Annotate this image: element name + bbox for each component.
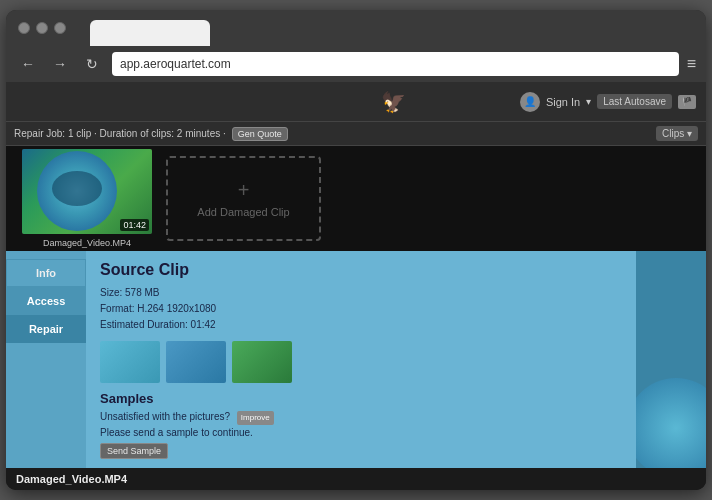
source-duration: Estimated Duration: 01:42 (100, 317, 622, 333)
url-text: app.aeroquartet.com (120, 57, 231, 71)
sign-in-text[interactable]: Sign In (546, 96, 580, 108)
clip-filename-label: Damaged_Video.MP4 (22, 238, 152, 248)
bottom-filename: Damaged_Video.MP4 (16, 473, 127, 485)
reload-button[interactable]: ↻ (80, 56, 104, 72)
traffic-lights (18, 22, 66, 34)
avatar: 👤 (520, 92, 540, 112)
forward-button[interactable]: → (48, 56, 72, 72)
thumbnail-1[interactable] (100, 341, 160, 383)
add-clip-plus-icon: + (238, 179, 250, 202)
access-panel-button[interactable]: Access (6, 287, 86, 315)
repair-panel-button[interactable]: Repair (6, 315, 86, 343)
app-header: 🦅 👤 Sign In ▾ Last Autosave 🏴 (6, 82, 706, 122)
add-clip-label: Add Damaged Clip (197, 206, 289, 218)
app-logo: 🦅 (268, 90, 520, 114)
app-content: 🦅 👤 Sign In ▾ Last Autosave 🏴 Repair Job… (6, 82, 706, 490)
info-panel-button[interactable]: Info (6, 259, 86, 287)
add-clip-box[interactable]: + Add Damaged Clip (166, 156, 321, 241)
samples-text: Unsatisfied with the pictures? Improve (100, 409, 622, 425)
flag-icon: 🏴 (678, 95, 696, 109)
traffic-light-close[interactable] (18, 22, 30, 34)
thumbnails-row (100, 341, 622, 383)
unsatisfied-text: Unsatisfied with the pictures? (100, 411, 230, 422)
source-clip-title: Source Clip (100, 261, 622, 279)
back-button[interactable]: ← (16, 56, 40, 72)
improve-button[interactable]: Improve (237, 411, 274, 425)
clips-button[interactable]: Clips ▾ (656, 126, 698, 141)
clip-area: 01:42 Damaged_Video.MP4 + Add Damaged Cl… (6, 146, 706, 251)
avatar-icon: 👤 (524, 96, 536, 107)
samples-title: Samples (100, 391, 622, 406)
job-bar-text: Repair Job: 1 clip · Duration of clips: … (14, 128, 226, 139)
video-clip[interactable]: 01:42 (22, 149, 152, 234)
source-format: Format: H.264 1920x1080 (100, 301, 622, 317)
gen-quote-button[interactable]: Gen Quote (232, 127, 288, 141)
left-panel: Info Access Repair (6, 251, 86, 468)
source-size: Size: 578 MB (100, 285, 622, 301)
title-bar (6, 10, 706, 46)
thumbnail-3[interactable] (232, 341, 292, 383)
tab-area (74, 10, 694, 46)
nav-bar: ← → ↻ app.aeroquartet.com ≡ (6, 46, 706, 82)
continue-text: Please send a sample to continue. (100, 425, 622, 440)
bottom-bar: Damaged_Video.MP4 (6, 468, 706, 490)
source-panel: Source Clip Size: 578 MB Format: H.264 1… (86, 251, 636, 468)
bird-icon: 🦅 (381, 90, 406, 114)
menu-button[interactable]: ≡ (687, 55, 696, 73)
send-sample-button[interactable]: Send Sample (100, 443, 168, 459)
sign-in-arrow: ▾ (586, 96, 591, 107)
thumbnail-2[interactable] (166, 341, 226, 383)
sign-in-area: 👤 Sign In ▾ Last Autosave 🏴 (520, 92, 696, 112)
duration-badge: 01:42 (120, 219, 149, 231)
last-autosave-button[interactable]: Last Autosave (597, 94, 672, 109)
deco-panel (636, 251, 706, 468)
main-area: Info Access Repair Source Clip Size: 578… (6, 251, 706, 468)
pool-visual (37, 151, 117, 231)
samples-section: Samples Unsatisfied with the pictures? I… (100, 391, 622, 459)
deco-circle (636, 378, 706, 468)
job-bar: Repair Job: 1 clip · Duration of clips: … (6, 122, 706, 146)
browser-tab[interactable] (90, 20, 210, 46)
address-bar[interactable]: app.aeroquartet.com (112, 52, 679, 76)
traffic-light-minimize[interactable] (36, 22, 48, 34)
traffic-light-maximize[interactable] (54, 22, 66, 34)
browser-window: ← → ↻ app.aeroquartet.com ≡ 🦅 👤 Sign In … (6, 10, 706, 490)
